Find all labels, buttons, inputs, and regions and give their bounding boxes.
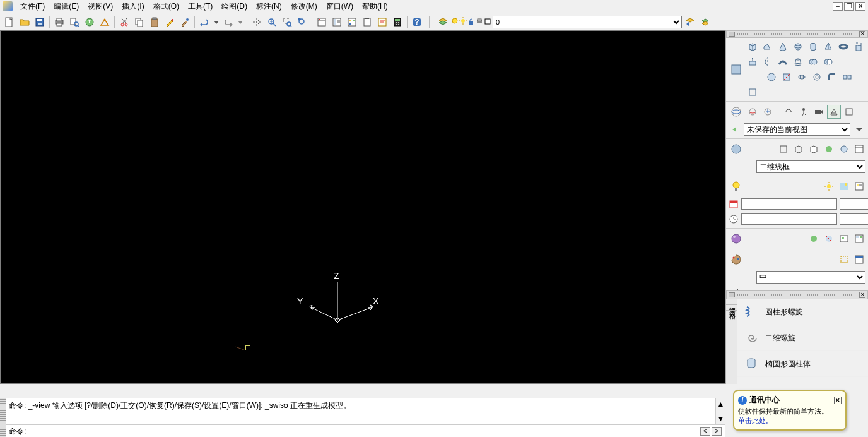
design-center-icon[interactable] — [330, 15, 344, 29]
drawing-canvas[interactable]: Z X Y — [0, 30, 725, 384]
material-attach-icon[interactable] — [807, 232, 820, 245]
cmd-scroll-right-icon[interactable]: > — [712, 427, 722, 436]
camera-icon[interactable] — [812, 105, 825, 118]
sheet-set-icon[interactable] — [360, 15, 374, 29]
lights-icon[interactable] — [729, 179, 744, 194]
layer-manager-icon[interactable] — [436, 15, 450, 29]
sky-icon[interactable] — [838, 180, 850, 193]
material-library-icon[interactable] — [838, 232, 850, 245]
vs-manage-icon[interactable] — [853, 143, 865, 155]
separate-icon[interactable] — [841, 71, 853, 83]
render-icon[interactable] — [729, 252, 744, 267]
date-input[interactable] — [741, 198, 837, 210]
zoom-previous-icon[interactable] — [295, 15, 309, 29]
cut-icon[interactable] — [117, 15, 131, 29]
palette-collapse-icon[interactable] — [729, 292, 735, 297]
paintbrush-icon[interactable] — [178, 15, 192, 29]
layer-select[interactable]: 0 — [493, 16, 682, 28]
pyramid-icon[interactable] — [822, 40, 835, 53]
revolve-icon[interactable] — [761, 56, 774, 68]
palette-tab-1[interactable]: 螺旋 — [726, 299, 737, 305]
vs-2dwire-icon[interactable] — [777, 143, 790, 155]
print-icon[interactable] — [52, 15, 66, 29]
palette-close-icon[interactable]: ✕ — [859, 292, 865, 298]
render-window-icon[interactable] — [853, 253, 865, 266]
command-window[interactable]: 命令: _-view 输入选项 [?/删除(D)/正交(O)/恢复(R)/保存(… — [0, 398, 725, 437]
menu-modify[interactable]: 修改(M) — [287, 0, 321, 13]
constrained-orbit-icon[interactable] — [746, 105, 759, 118]
redo-icon[interactable] — [221, 15, 235, 29]
restore-button[interactable]: ❐ — [844, 2, 854, 11]
vs-3dwire-icon[interactable] — [792, 143, 805, 155]
menu-tools[interactable]: 工具(T) — [184, 0, 216, 13]
cmd-scroll-up-icon[interactable]: ▲ — [717, 398, 725, 410]
date-icon[interactable] — [729, 198, 739, 210]
menu-help[interactable]: 帮助(H) — [358, 0, 392, 13]
perspective-icon[interactable] — [828, 105, 840, 118]
extrude-icon[interactable] — [852, 40, 865, 53]
panel-close-icon[interactable]: ✕ — [859, 31, 865, 37]
intersect-icon[interactable] — [765, 71, 778, 83]
render-region-icon[interactable] — [838, 253, 850, 266]
menu-draw[interactable]: 绘图(D) — [218, 0, 251, 13]
material-remove-icon[interactable] — [823, 232, 835, 245]
named-view-select[interactable]: 未保存的当前视图 — [744, 123, 850, 136]
render-preset-select[interactable]: 中 — [756, 271, 865, 284]
time-icon[interactable] — [729, 213, 739, 225]
sphere-icon[interactable] — [792, 40, 804, 53]
cylinder-icon[interactable] — [807, 40, 819, 53]
box-icon[interactable] — [746, 40, 759, 53]
polysolid-icon[interactable] — [729, 62, 744, 77]
minimize-button[interactable]: – — [833, 2, 843, 11]
paste-icon[interactable] — [148, 15, 161, 29]
menu-file[interactable]: 文件(F) — [16, 0, 49, 13]
time-input[interactable] — [741, 213, 837, 225]
imprint-icon[interactable] — [811, 71, 823, 83]
properties-icon[interactable] — [315, 15, 329, 29]
materials-icon[interactable] — [729, 231, 744, 246]
torus-icon[interactable] — [837, 40, 850, 53]
menu-window[interactable]: 窗口(W) — [322, 0, 357, 13]
print-preview-icon[interactable] — [67, 15, 81, 29]
view-previous-icon[interactable] — [729, 123, 741, 136]
vs-conceptual-icon[interactable] — [838, 143, 850, 155]
time-input-2[interactable] — [840, 213, 868, 225]
menu-edit[interactable]: 编辑(E) — [50, 0, 83, 13]
collapse-icon[interactable] — [729, 32, 735, 37]
palette-item-elliptical-cyl[interactable]: 椭圆形圆柱体 — [737, 351, 868, 377]
loft-icon[interactable] — [792, 56, 804, 68]
sweep-icon[interactable] — [777, 56, 789, 68]
menu-view[interactable]: 视图(V) — [84, 0, 117, 13]
sun-status-icon[interactable] — [823, 180, 835, 193]
markup-icon[interactable] — [375, 15, 389, 29]
material-browser-icon[interactable] — [853, 232, 865, 245]
layer-previous-icon[interactable] — [683, 15, 697, 29]
undo-icon[interactable] — [197, 15, 211, 29]
visual-style-select[interactable]: 二维线框 — [756, 160, 865, 173]
slice-icon[interactable] — [780, 71, 793, 83]
palette-item-2d-spiral[interactable]: 二维螺旋 — [737, 325, 868, 351]
close-row-icon[interactable] — [729, 286, 741, 290]
balloon-close-icon[interactable]: ✕ — [834, 397, 842, 404]
shell-icon[interactable] — [746, 86, 759, 99]
balloon-link[interactable]: 单击此处。 — [738, 417, 773, 424]
copy-icon[interactable] — [132, 15, 146, 29]
light-list-icon[interactable] — [853, 180, 865, 193]
view-dropdown-icon[interactable] — [853, 123, 865, 136]
close-button[interactable]: ✕ — [855, 2, 865, 11]
vs-realistic-icon[interactable] — [823, 143, 835, 155]
zoom-realtime-icon[interactable] — [265, 15, 279, 29]
layer-states-icon[interactable] — [698, 15, 712, 29]
new-icon[interactable] — [3, 15, 16, 29]
undo-dropdown-icon[interactable] — [213, 15, 220, 29]
cmd-scroll-down-icon[interactable]: ▼ — [717, 413, 725, 424]
redo-dropdown-icon[interactable] — [237, 15, 244, 29]
menu-insert[interactable]: 插入(I) — [118, 0, 148, 13]
pan-icon[interactable] — [250, 15, 264, 29]
presspull-icon[interactable] — [746, 56, 759, 68]
open-icon[interactable] — [18, 15, 32, 29]
save-icon[interactable] — [33, 15, 47, 29]
palette-header[interactable]: ✕ — [726, 290, 868, 299]
3dwarehouse-icon[interactable] — [98, 15, 112, 29]
zoom-window-icon[interactable] — [280, 15, 294, 29]
